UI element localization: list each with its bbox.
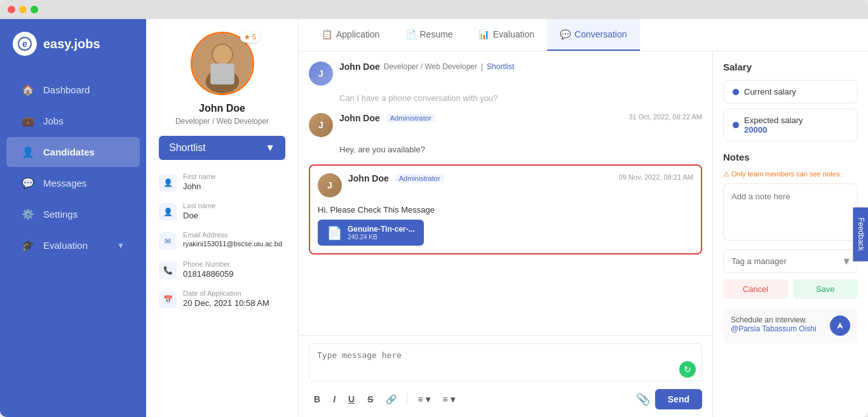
notes-title: Notes xyxy=(723,152,858,162)
maximize-button[interactable] xyxy=(31,6,38,13)
first-name-icon: 👤 xyxy=(159,174,177,192)
refresh-icon[interactable]: ↻ xyxy=(679,361,696,378)
logo-area: e easy.jobs xyxy=(0,19,146,69)
msg-sender-name: John Doe xyxy=(348,173,389,183)
date-icon: 📅 xyxy=(159,291,177,308)
tag-manager-select[interactable]: Tag a manager xyxy=(723,249,858,273)
date-label: Date of Application xyxy=(183,289,269,297)
evaluation-tab-icon: 📊 xyxy=(478,29,489,39)
msg-content: Hi, Please Check This Message xyxy=(318,205,693,215)
tab-resume[interactable]: 📄 Resume xyxy=(393,19,466,51)
message-input[interactable] xyxy=(309,343,702,381)
msg-sender-name: John Doe xyxy=(339,62,380,72)
tab-conversation[interactable]: 💬 Conversation xyxy=(547,19,640,51)
minimize-button[interactable] xyxy=(19,6,27,13)
msg-status: Shortlist xyxy=(487,62,514,71)
expected-salary-content: Expected salary 20000 xyxy=(744,116,803,135)
schedule-link[interactable]: @Parsia Tabassum Oishi xyxy=(731,324,817,333)
shortlist-button[interactable]: Shortlist ▼ xyxy=(159,136,285,160)
msg-timestamp: 31 Oct, 2022, 08:22 AM xyxy=(628,113,702,121)
strikethrough-button[interactable]: S xyxy=(362,390,378,408)
messages-panel: J John Doe Developer / Web Developer | S… xyxy=(299,51,712,417)
msg-sender-info: John Doe Administrator xyxy=(339,113,622,123)
msg-content: Can I have a phone conversation with you… xyxy=(339,93,702,103)
attachment-button[interactable]: 📄 Genuine-Tin-cer-... 240.24 KB xyxy=(318,220,424,246)
jobs-icon: 💼 xyxy=(22,115,34,127)
msg-separator: | xyxy=(481,62,483,71)
last-name-label: Last name xyxy=(183,202,215,209)
unordered-list-button[interactable]: ≡ ▾ xyxy=(412,390,435,408)
shortlist-chevron-icon: ▼ xyxy=(265,142,275,154)
phone-label: Phone Number xyxy=(183,260,234,268)
current-salary-label: Current salary xyxy=(744,87,796,96)
messages-icon: 💬 xyxy=(22,177,34,189)
sidebar-item-jobs[interactable]: 💼 Jobs xyxy=(6,106,140,136)
sidebar-item-candidates[interactable]: 👤 Candidates xyxy=(6,137,140,167)
svg-point-5 xyxy=(212,45,231,64)
resume-tab-label: Resume xyxy=(420,29,453,39)
date-of-application-field: 📅 Date of Application 20 Dec, 2021 10:58… xyxy=(159,289,285,308)
avatar: J xyxy=(309,113,333,137)
email-field: ✉ Email Address ryakini153011@bscse.uiu.… xyxy=(159,231,285,250)
attachment-upload-button[interactable]: 📎 xyxy=(634,390,653,409)
send-button[interactable]: Send xyxy=(655,389,702,409)
expected-salary-card: Expected salary 20000 xyxy=(723,109,858,142)
msg-admin-badge: Administrator xyxy=(386,114,435,122)
titlebar xyxy=(0,0,868,19)
expected-salary-label: Expected salary xyxy=(744,116,803,125)
composer-toolbar: B I U S 🔗 ≡ ▾ ≡ ▾ 📎 Send xyxy=(309,389,702,409)
attachment-info: Genuine-Tin-cer-... 240.24 KB xyxy=(348,225,415,241)
sidebar-item-evaluation[interactable]: 🎓 Evaluation ▼ xyxy=(6,230,140,260)
phone-field: 📞 Phone Number 01814886059 xyxy=(159,260,285,279)
sidebar-item-evaluation-label: Evaluation xyxy=(43,240,88,251)
current-salary-card: Current salary xyxy=(723,80,858,103)
attachment-name: Genuine-Tin-cer-... xyxy=(348,225,415,234)
last-name-value: Doe xyxy=(183,211,215,220)
underline-button[interactable]: U xyxy=(343,390,360,408)
ordered-list-button[interactable]: ≡ ▾ xyxy=(438,390,460,408)
last-name-field: 👤 Last name Doe xyxy=(159,202,285,221)
pdf-icon: 📄 xyxy=(327,225,342,241)
candidates-icon: 👤 xyxy=(22,146,34,158)
cancel-button[interactable]: Cancel xyxy=(723,279,788,299)
shortlist-label: Shortlist xyxy=(169,142,206,154)
conversation-area: J John Doe Developer / Web Developer | S… xyxy=(299,51,868,417)
feedback-tab[interactable]: Feedback xyxy=(853,208,868,261)
schedule-avatar[interactable] xyxy=(830,315,850,336)
sidebar-item-messages[interactable]: 💬 Messages xyxy=(6,168,140,198)
star-rating: ★ 5 xyxy=(240,32,260,43)
messages-list: J John Doe Developer / Web Developer | S… xyxy=(299,51,712,335)
tag-manager-wrapper: Tag a manager ▼ xyxy=(723,249,858,273)
main-content: 📋 Application 📄 Resume 📊 Evaluation 💬 Co… xyxy=(299,19,868,417)
sidebar-item-dashboard[interactable]: 🏠 Dashboard xyxy=(6,75,140,105)
settings-icon: ⚙️ xyxy=(22,208,34,220)
italic-button[interactable]: I xyxy=(328,390,341,408)
save-button[interactable]: Save xyxy=(793,279,858,299)
toolbar-separator xyxy=(407,393,407,406)
salary-section-title: Salary xyxy=(723,62,858,72)
phone-value: 01814886059 xyxy=(183,269,234,279)
notes-input[interactable] xyxy=(723,183,858,241)
avatar-wrapper: ★ 5 xyxy=(159,32,285,95)
expected-salary-value: 20000 xyxy=(744,125,803,135)
close-button[interactable] xyxy=(8,6,15,13)
first-name-label: First name xyxy=(183,173,216,180)
avatar: J xyxy=(309,62,333,86)
sidebar-item-dashboard-label: Dashboard xyxy=(43,84,90,95)
tab-evaluation[interactable]: 📊 Evaluation xyxy=(466,19,547,51)
logo-text: easy.jobs xyxy=(43,37,100,51)
notes-section: Notes ⚠ Only team members can see notes.… xyxy=(723,152,858,299)
evaluation-chevron: ▼ xyxy=(117,241,125,250)
link-button[interactable]: 🔗 xyxy=(381,390,402,408)
bold-button[interactable]: B xyxy=(309,390,325,408)
sidebar-item-jobs-label: Jobs xyxy=(43,116,64,126)
sidebar-item-messages-label: Messages xyxy=(43,178,86,189)
sidebar-item-settings[interactable]: ⚙️ Settings xyxy=(6,199,140,229)
tab-bar: 📋 Application 📄 Resume 📊 Evaluation 💬 Co… xyxy=(299,19,868,51)
avatar: J xyxy=(318,173,342,197)
phone-icon: 📞 xyxy=(159,261,177,279)
sidebar-nav: 🏠 Dashboard 💼 Jobs 👤 Candidates 💬 Messag… xyxy=(0,69,146,267)
tab-application[interactable]: 📋 Application xyxy=(309,19,393,51)
logo-icon: e xyxy=(13,32,37,56)
msg-sender-info: John Doe Administrator xyxy=(348,173,613,183)
